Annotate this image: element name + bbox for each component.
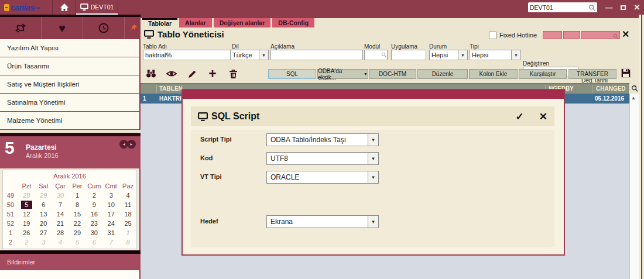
calendar-day[interactable]: 23 (85, 219, 102, 228)
view-button[interactable] (164, 66, 179, 81)
dil-select[interactable]: Türkçe ▼ (230, 50, 269, 60)
brand-mark-icon (4, 4, 9, 11)
hotline-field-1[interactable] (543, 31, 562, 39)
script-tipi-select[interactable]: ODBA Tablo/İndeks Taşı▼ (266, 133, 379, 146)
close-window-button[interactable]: ✕ (630, 0, 644, 15)
find-button[interactable] (143, 66, 159, 81)
calendar-week-row: 12627282930311 (3, 228, 136, 237)
tab-alanlar[interactable]: Alanlar (179, 18, 212, 27)
tab-db-config[interactable]: DB-Config (272, 18, 314, 27)
calendar-next-button[interactable]: ► (127, 140, 136, 149)
calendar-day[interactable]: 22 (69, 219, 86, 228)
edit-button[interactable] (184, 66, 200, 81)
calendar-day[interactable]: 10 (102, 200, 119, 209)
calendar-day[interactable]: 21 (52, 219, 69, 228)
d-zenle-button[interactable]: Düzenle (417, 69, 468, 79)
swap-button[interactable] (0, 17, 42, 39)
vt-tipi-select[interactable]: ORACLE▼ (266, 171, 379, 184)
calendar-day[interactable]: 28 (18, 191, 35, 200)
favorites-button[interactable]: ♥ (42, 17, 83, 39)
save-button[interactable] (618, 66, 633, 81)
dialog-title-bar[interactable] (183, 90, 564, 99)
sidebar-item-sat-nalma-y-netimi[interactable]: Satınalma Yönetimi (0, 94, 139, 112)
tab-tablolar[interactable]: Tablolar (142, 18, 177, 27)
scroll-up-button[interactable]: ▲ (631, 95, 636, 101)
calendar-day[interactable]: 5 (18, 200, 35, 209)
doc-htm-button[interactable]: DOC-HTM (369, 69, 416, 79)
calendar-day[interactable]: 14 (52, 209, 69, 219)
sidebar-item-yaz-l-m-alt-yap-s[interactable]: Yazılım Alt Yapısı (0, 39, 139, 57)
calendar-day[interactable]: 7 (52, 200, 69, 209)
calendar-day[interactable]: 25 (119, 219, 136, 228)
fixed-hotline-checkbox[interactable] (489, 32, 496, 39)
durum-select[interactable]: Hepsi ▼ (429, 50, 468, 60)
calendar-day[interactable]: 27 (35, 228, 52, 237)
calendar-day[interactable]: 31 (102, 228, 119, 237)
calendar-day[interactable]: 4 (119, 191, 136, 200)
calendar-day[interactable]: 18 (119, 209, 136, 219)
confirm-button[interactable]: ✓ (516, 111, 524, 123)
calendar-day[interactable]: 16 (85, 209, 102, 219)
history-button[interactable] (83, 17, 125, 39)
aciklama-input[interactable] (270, 50, 363, 60)
sidebar-item-r-n-tasar-m[interactable]: Ürün Tasarımı (0, 57, 139, 75)
vertical-scrollbar[interactable] (629, 94, 639, 279)
sql-button[interactable]: SQL (268, 69, 316, 79)
odba-da-eksik-button[interactable]: ODBA'da eksik...▼ (317, 69, 368, 79)
global-search-input[interactable] (530, 4, 588, 11)
calendar-day[interactable]: 29 (35, 191, 52, 200)
calendar-day[interactable]: 8 (119, 237, 136, 247)
calendar-day[interactable]: 11 (119, 200, 136, 209)
minimize-button[interactable]: — (602, 0, 616, 15)
calendar-day[interactable]: 20 (35, 219, 52, 228)
calendar-day[interactable]: 3 (35, 237, 52, 247)
sidebar-item-sat-ve-m-teri-i-li-kileri[interactable]: Satış ve Müşteri İlişkileri (0, 75, 139, 94)
column-header-tablename[interactable]: TABLEN (159, 84, 183, 94)
calendar-day[interactable]: 30 (52, 191, 69, 200)
kod-select[interactable]: UTF8▼ (266, 152, 379, 165)
calendar-day[interactable]: 4 (52, 237, 69, 247)
column-header-changedat[interactable]: CHANGED (596, 84, 626, 94)
calendar-day[interactable]: 29 (69, 228, 86, 237)
calendar-day[interactable]: 30 (85, 228, 102, 237)
grid-search-button[interactable] (630, 83, 639, 94)
calendar-day[interactable]: 8 (69, 200, 86, 209)
calendar-day[interactable]: 7 (102, 237, 119, 247)
transfer-button[interactable]: TRANSFER (568, 69, 616, 79)
calendar-day[interactable]: 26 (18, 228, 35, 237)
session-tab-devt01[interactable]: DEVT01 (76, 0, 118, 15)
calendar-day[interactable]: 3 (102, 191, 119, 200)
dialog-close-button[interactable]: ✕ (539, 111, 547, 123)
hotline-field-2[interactable] (563, 31, 580, 39)
panel-close-button[interactable]: ✕ (622, 29, 629, 40)
maximize-button[interactable] (616, 0, 630, 15)
kolon-ekle-button[interactable]: Kolon Ekle (469, 69, 518, 79)
tipi-select[interactable]: Hepsi ▼ (470, 50, 521, 60)
delete-button[interactable] (225, 66, 241, 81)
calendar-day[interactable]: 12 (18, 209, 35, 219)
calendar-day[interactable]: 13 (35, 209, 52, 219)
calendar-day[interactable]: 1 (69, 191, 86, 200)
home-button[interactable] (53, 0, 76, 15)
calendar-day[interactable]: 1 (119, 228, 136, 237)
hotline-field-3[interactable] (581, 31, 620, 39)
calendar-day[interactable]: 15 (69, 209, 86, 219)
calendar-day[interactable]: 17 (102, 209, 119, 219)
kar-la-t-r-button[interactable]: Karşılaştır (519, 69, 567, 79)
hedef-select[interactable]: Ekrana▼ (266, 215, 379, 228)
calendar-day[interactable]: 2 (18, 237, 35, 247)
field-label: Kod (200, 154, 213, 161)
calendar-day[interactable]: 6 (35, 200, 52, 209)
calendar-day[interactable]: 19 (18, 219, 35, 228)
calendar-day[interactable]: 6 (85, 237, 102, 247)
calendar-day[interactable]: 5 (69, 237, 86, 247)
pin-button[interactable] (125, 17, 141, 39)
sidebar-item-malzeme-y-netimi[interactable]: Malzeme Yönetimi (0, 112, 139, 130)
tab-de-i-en-alanlar[interactable]: Değişen alanlar (214, 18, 271, 27)
calendar-day[interactable]: 28 (52, 228, 69, 237)
calendar-day[interactable]: 2 (85, 191, 102, 200)
calendar-day[interactable]: 24 (102, 219, 119, 228)
calendar-day[interactable]: 9 (85, 200, 102, 209)
add-button[interactable]: + (205, 66, 220, 81)
uygulama-input[interactable] (391, 50, 426, 60)
